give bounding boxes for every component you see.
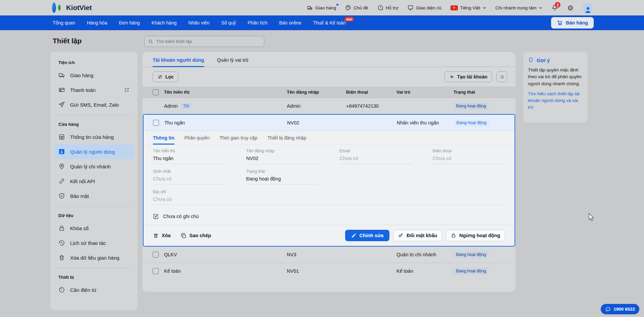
chevron-down-icon xyxy=(539,6,542,10)
sidebar-item-ket-noi-api[interactable]: Kết nối API xyxy=(54,174,133,189)
palette-icon xyxy=(345,5,351,11)
person-icon xyxy=(584,6,592,13)
sidebar-item-lich-su-thao-tac[interactable]: Lịch sử thao tác xyxy=(54,235,133,250)
row-name: Kế toán xyxy=(164,268,181,274)
change-password-button[interactable]: Đổi mật khẩu xyxy=(393,230,442,241)
deactivate-button[interactable]: Ngừng hoạt động xyxy=(446,230,505,241)
support-phone-button[interactable]: 1900 6522 xyxy=(601,304,639,314)
nav-nhan-vien[interactable]: Nhân viên xyxy=(189,20,210,25)
table-row-thu-ngan[interactable]: Thu ngân NV02 Nhân viên thu ngân Đang ho… xyxy=(144,115,515,131)
trash-icon xyxy=(153,233,159,239)
sidebar-divider xyxy=(56,268,132,268)
store-icon xyxy=(58,134,65,140)
nav-don-hang[interactable]: Đơn hàng xyxy=(119,20,140,25)
branch-selector[interactable]: Chi nhánh trung tâm xyxy=(495,5,542,10)
field-ten-hien-thi: Tên hiển thị Thu ngân xyxy=(153,149,225,164)
row-checkbox[interactable] xyxy=(153,252,159,258)
row-role: Kế toán xyxy=(396,268,453,274)
sidebar-item-thong-tin-cua-hang[interactable]: Thông tin cửa hàng xyxy=(54,129,133,144)
note-button[interactable]: Chưa có ghi chú xyxy=(144,210,515,225)
settings-search[interactable] xyxy=(144,36,264,47)
column-settings-button[interactable] xyxy=(496,71,507,82)
topbar-support[interactable]: Hỗ trợ xyxy=(377,5,398,11)
sidebar-item-gui-sms[interactable]: Gửi SMS, Email, Zalo xyxy=(54,97,133,112)
sidebar-section-thiet-bi: Thiết bị xyxy=(54,271,133,282)
detail-tab-thoi-gian-truy-cap[interactable]: Thời gian truy cập xyxy=(220,135,258,144)
delete-button[interactable]: Xóa xyxy=(153,233,171,239)
language-selector[interactable]: ★ Tiếng Việt xyxy=(450,5,486,10)
user-avatar[interactable] xyxy=(583,3,593,13)
link-icon xyxy=(58,178,65,184)
sidebar-item-quan-ly-nguoi-dung[interactable]: Quản lý người dùng xyxy=(54,144,133,159)
edit-button[interactable]: Chỉnh sửa xyxy=(345,230,390,241)
tab-tai-khoan-nguoi-dung[interactable]: Tài khoản người dùng xyxy=(153,57,204,67)
table-row-qlkv[interactable]: QLKV NV3 Quản trị chi nhánh Đang hoạt độ… xyxy=(143,247,516,263)
table-row-ke-toan[interactable]: Kế toán NV01 Kế toán Đang hoạt động xyxy=(143,263,516,279)
topbar-delivery-label: Giao hàng xyxy=(315,5,336,10)
row-role: Quản trị chi nhánh xyxy=(396,252,453,257)
select-all-checkbox[interactable] xyxy=(153,89,159,95)
notifications-button[interactable]: 2 xyxy=(551,4,558,11)
brand-name: KiotViet xyxy=(66,4,92,12)
create-account-button[interactable]: Tạo tài khoản xyxy=(444,71,492,82)
col-ten-dang-nhap: Tên đăng nhập xyxy=(287,90,346,95)
row-checkbox[interactable] xyxy=(153,120,159,126)
sidebar-item-quan-ly-chi-nhanh[interactable]: Quản lý chi nhánh xyxy=(54,159,133,174)
hint-link[interactable]: Tìm hiểu cách thiết lập tài khoản người … xyxy=(528,91,583,111)
edit-note-icon xyxy=(153,213,159,219)
nav-tong-quan[interactable]: Tổng quan xyxy=(53,20,75,25)
sidebar-item-xoa-du-lieu[interactable]: Xóa dữ liệu gian hàng xyxy=(54,250,133,265)
topbar-old-ui[interactable]: Giao diện cũ xyxy=(408,5,441,11)
notification-count-badge: 2 xyxy=(555,2,560,8)
nav-hang-hoa[interactable]: Hàng hóa xyxy=(87,20,107,25)
sidebar-section-du-lieu: Dữ liệu xyxy=(54,210,133,221)
wallet-icon xyxy=(58,87,65,93)
row-phone: +84974742130 xyxy=(346,103,396,109)
sell-button[interactable]: Bán hàng xyxy=(551,17,594,29)
main-tabbar: Tài khoản người dùng Quản lý vai trò xyxy=(143,52,516,67)
kiotviet-logo-icon xyxy=(50,2,63,14)
tab-quan-ly-vai-tro[interactable]: Quản lý vai trò xyxy=(217,57,249,67)
topbar-delivery[interactable]: Giao hàng xyxy=(307,5,336,11)
nav-khach-hang[interactable]: Khách hàng xyxy=(152,20,177,25)
topbar-old-ui-label: Giao diện cũ xyxy=(416,5,441,10)
lock-icon xyxy=(58,225,65,231)
nav-thue-ke-toan[interactable]: Thuế & Kế toán Mới xyxy=(313,20,346,25)
detail-tab-thiet-bi-dang-nhap[interactable]: Thiết bị đăng nhập xyxy=(267,135,306,144)
field-sinh-nhat: Sinh nhật Chưa có xyxy=(153,169,225,184)
key-icon xyxy=(398,233,404,238)
field-ten-dang-nhap: Tên đăng nhập NV02 xyxy=(246,149,319,164)
sidebar-item-giao-hang[interactable]: Giao hàng xyxy=(54,68,133,83)
hint-text: Thiết lập quyền mặc định theo vai trò để… xyxy=(528,67,583,87)
detail-tab-thong-tin[interactable]: Thông tin xyxy=(153,135,174,144)
field-email: Email Chưa có xyxy=(339,149,412,164)
truck-icon xyxy=(58,72,65,78)
sidebar-item-can-dien-tu[interactable]: Cân điện tử xyxy=(54,282,133,297)
status-badge: Đang hoạt động xyxy=(453,267,489,275)
trash-icon xyxy=(58,254,65,261)
history-icon xyxy=(58,240,65,246)
sidebar-item-thanh-toan[interactable]: Thanh toán xyxy=(54,83,133,97)
nav-phan-tich[interactable]: Phân tích xyxy=(248,20,267,25)
field-trang-thai: Trạng thái Đang hoạt động xyxy=(246,169,319,184)
sidebar-item-bao-mat[interactable]: Bảo mật xyxy=(54,189,133,203)
help-icon xyxy=(377,5,383,11)
topbar-theme[interactable]: Chủ đề xyxy=(345,5,368,11)
search-input[interactable] xyxy=(156,39,260,44)
chat-bubble-icon xyxy=(605,306,611,312)
nav-ban-online[interactable]: Bán online xyxy=(279,20,301,25)
detail-actions: Xóa Sao chép Chỉnh sửa xyxy=(144,225,515,246)
hint-panel: Gợi ý Thiết lập quyền mặc định theo vai … xyxy=(523,52,588,122)
filter-button[interactable]: Lọc xyxy=(153,71,178,82)
detail-tab-phan-quyen[interactable]: Phân quyền xyxy=(184,135,210,144)
table-row-admin[interactable]: Admin Tôi Admin +84974742130 Đang hoạt đ… xyxy=(143,98,516,114)
sidebar-item-khoa-so[interactable]: Khóa sổ xyxy=(54,221,133,235)
row-login: NV01 xyxy=(287,268,346,274)
row-checkbox[interactable] xyxy=(153,268,159,274)
external-link-icon xyxy=(124,87,129,93)
topbar-support-label: Hỗ trợ xyxy=(386,5,398,10)
scale-gauge-icon xyxy=(58,286,65,293)
nav-so-quy[interactable]: Sổ quỹ xyxy=(221,20,236,25)
settings-gear-icon[interactable]: ⚙ xyxy=(567,4,574,11)
copy-button[interactable]: Sao chép xyxy=(181,233,211,239)
